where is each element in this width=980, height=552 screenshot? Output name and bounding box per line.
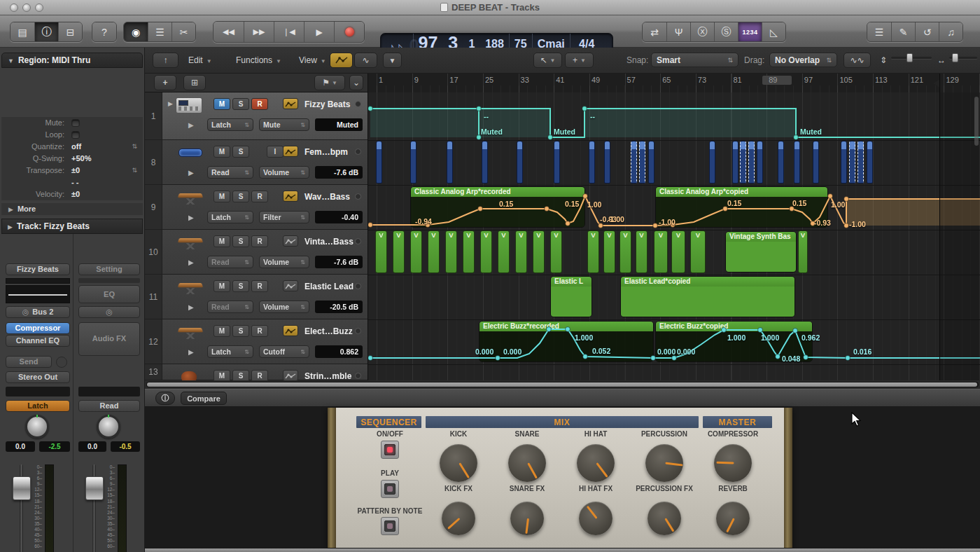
smart-controls-button[interactable]: ◉	[124, 22, 148, 41]
automation-lane-disclosure[interactable]: ▶	[188, 121, 194, 129]
audio-slice[interactable]	[794, 141, 800, 184]
audio-slice[interactable]	[748, 141, 755, 184]
solo-button[interactable]: Ⓢ	[714, 22, 738, 41]
region-filter-button[interactable]: ▼	[383, 53, 402, 68]
region-vintage-synth-slice[interactable]: V	[393, 230, 405, 273]
automation-lane-disclosure[interactable]: ▶	[188, 303, 194, 311]
track-name[interactable]: Vinta…Bass	[304, 237, 354, 247]
track-mute-button[interactable]: M	[214, 146, 230, 158]
automation-param-dropdown[interactable]: Filter⇅	[259, 211, 309, 223]
knob-reverb[interactable]	[716, 502, 750, 535]
knob-snare-fx[interactable]	[510, 502, 544, 535]
track-record-button[interactable]: R	[251, 280, 268, 292]
automation-toggle-button[interactable]	[330, 53, 353, 68]
info-button[interactable]: ⓘ	[155, 392, 175, 405]
pan-knob[interactable]	[25, 415, 49, 439]
audio-slice[interactable]	[648, 141, 654, 184]
audio-slice[interactable]	[482, 141, 488, 184]
audio-slice[interactable]	[740, 141, 746, 184]
button-pattern-by-note[interactable]	[381, 517, 399, 535]
knob-kick-fx[interactable]	[442, 502, 475, 535]
region-vintage-synth-slice[interactable]: V	[550, 230, 562, 273]
param-value[interactable]: - -	[71, 177, 78, 188]
track-mute-button[interactable]: M	[214, 370, 230, 380]
track-record-button[interactable]: R	[251, 235, 268, 247]
param-checkbox[interactable]	[71, 131, 80, 139]
automation-param-dropdown[interactable]: Mute⇅	[259, 118, 309, 131]
region-vintage-synth-slice[interactable]: V	[375, 230, 387, 273]
button-on-off[interactable]	[381, 441, 399, 459]
functions-menu[interactable]: Functions▼	[236, 53, 281, 67]
param-value[interactable]: +50%	[71, 153, 91, 165]
track-solo-button[interactable]: S	[232, 370, 249, 380]
region-vintage-synth-slice[interactable]: V	[480, 230, 492, 273]
automation-lane-disclosure[interactable]: ▶	[188, 169, 194, 177]
cycle-button[interactable]: ⇄	[643, 22, 666, 41]
plugin-slot-compressor[interactable]: Compressor	[6, 322, 70, 334]
region-classic-analog-arp-recorded[interactable]: Classic Analog Arp*recorded	[410, 186, 585, 228]
track-automation-icon[interactable]	[283, 325, 298, 336]
knob-compressor[interactable]	[714, 444, 752, 482]
plugin-slot-channel-eq[interactable]: Channel EQ	[6, 335, 70, 347]
audio-slice[interactable]	[757, 141, 763, 184]
gain-value[interactable]: -0.5	[111, 441, 140, 452]
automation-param-dropdown[interactable]: Volume⇅	[259, 256, 309, 268]
drag-dropdown[interactable]: No Overlap⇅	[769, 53, 837, 67]
count-in-button[interactable]: 1234	[738, 22, 762, 41]
send-slot[interactable]: Send	[6, 356, 52, 368]
audio-slice[interactable]	[517, 141, 523, 184]
flex-toggle-button[interactable]: ∿	[354, 53, 377, 68]
list-editors-button[interactable]: ☰	[867, 22, 891, 41]
track-header-vinta-bass[interactable]: 10MSRVinta…Bass▶Read⇅Volume⇅-7.6 dB	[145, 230, 368, 275]
mixer-button[interactable]: ☰	[148, 22, 172, 41]
horizontal-zoom-slider[interactable]	[949, 57, 977, 59]
snap-dropdown[interactable]: Smart⇅	[651, 53, 738, 67]
command-click-tool-menu[interactable]: +▼	[565, 53, 594, 68]
knob-hi-hat-fx[interactable]	[579, 502, 612, 535]
audio-slice[interactable]	[604, 141, 610, 184]
region-electric-buzz-recorded[interactable]: Electric Buzz*recorded	[479, 321, 654, 362]
audio-slice[interactable]	[849, 141, 855, 184]
automation-value[interactable]: Muted	[315, 118, 363, 131]
editors-button[interactable]: ✂	[172, 22, 195, 41]
inspector-button[interactable]: ⓘ	[34, 22, 58, 41]
stepper-icon[interactable]: ⇅	[132, 165, 137, 177]
project-end-line[interactable]	[939, 74, 940, 92]
track-automation-icon[interactable]	[283, 235, 298, 247]
track-solo-button[interactable]: S	[232, 146, 249, 158]
automation-param-dropdown[interactable]: Volume⇅	[259, 166, 309, 179]
audio-slice[interactable]	[858, 141, 864, 184]
rewind-button[interactable]: ◀◀	[214, 22, 244, 42]
automation-mode-button[interactable]: Latch	[6, 400, 70, 412]
automation-param-dropdown[interactable]: Cutoff⇅	[259, 345, 309, 358]
track-filter-flag-button[interactable]: ⚑▼	[314, 75, 345, 90]
autopunch-button[interactable]: ⓧ	[690, 22, 714, 41]
track-solo-button[interactable]: S	[232, 98, 249, 110]
track-mute-button[interactable]: M	[214, 98, 230, 110]
automation-mode-button[interactable]: Read	[78, 400, 140, 412]
region-vintage-synth-slice[interactable]: V	[533, 230, 545, 273]
region-vintage-synth-slice[interactable]: V	[445, 230, 457, 273]
group-slot[interactable]	[78, 387, 140, 396]
track9-filter-node[interactable]	[828, 194, 833, 199]
region-vintage-synth-slice[interactable]: V	[690, 230, 706, 273]
automation-value[interactable]: -0.40	[315, 211, 363, 223]
region-elastic-l[interactable]: Elastic L	[550, 276, 592, 317]
track-automation-icon[interactable]	[283, 146, 298, 157]
track-header-elect-buzz[interactable]: 12MSRElect…Buzz▶Latch⇅Cutoff⇅0.862	[145, 319, 368, 364]
automation-mode-dropdown[interactable]: Read⇅	[207, 256, 253, 268]
region-vintage-synth-slice[interactable]: V	[463, 230, 475, 273]
duplicate-track-button[interactable]: ⊞	[183, 75, 206, 90]
track-input-monitor-button[interactable]: I	[267, 146, 284, 158]
play-button[interactable]: ▶	[304, 22, 334, 42]
horizontal-scrollbar[interactable]	[146, 382, 979, 387]
audio-slice[interactable]	[376, 141, 382, 184]
track9-filter-node[interactable]	[368, 223, 372, 228]
track-disclosure-triangle[interactable]: ▶	[168, 100, 173, 107]
horizontal-zoom-thumb[interactable]	[952, 53, 958, 62]
track-name[interactable]: Wav…Bass	[304, 192, 350, 202]
track1-mute-node[interactable]	[548, 135, 553, 140]
audio-fx-slot[interactable]: Audio FX	[78, 322, 140, 356]
region-vintage-synth-slice[interactable]: V	[587, 230, 599, 273]
gain-value[interactable]: -2.5	[39, 441, 70, 452]
